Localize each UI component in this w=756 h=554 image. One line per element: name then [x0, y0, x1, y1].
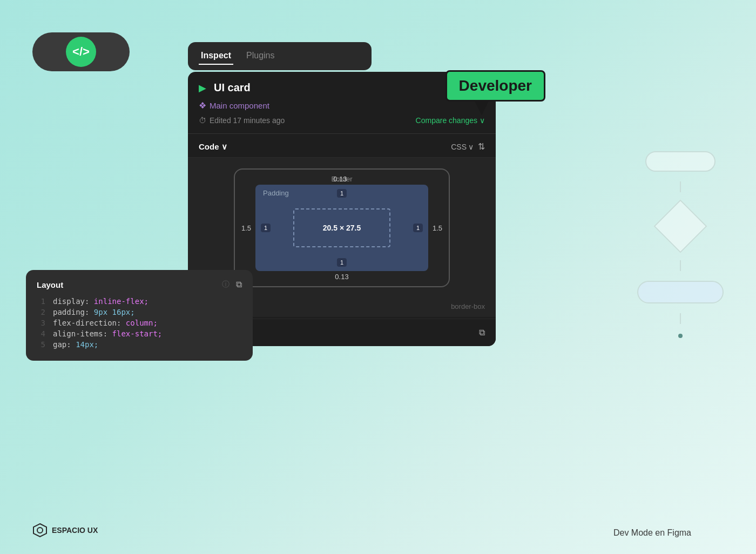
layout-card-header: Layout ⓘ ⧉: [37, 280, 242, 289]
line-num-5: 5: [37, 340, 45, 349]
code-line-5: 5 gap: 14px;: [37, 340, 242, 349]
main-component-label[interactable]: Main component: [210, 101, 269, 110]
padding-val-left: 1: [261, 224, 271, 232]
panel-arrow-icon: ▶: [199, 82, 206, 94]
bg-connector-3: [680, 313, 681, 324]
padding-val-right: 1: [413, 224, 423, 232]
code-chevron-icon: ∨: [221, 142, 227, 152]
box-padding: Padding 1 1 1 1 20.5 × 27.5: [255, 185, 428, 271]
edited-row: ⏱ Edited 17 minutes ago Compare changes …: [199, 116, 485, 125]
panel-title-row: ▶ UI card •••: [199, 82, 485, 94]
bg-connector-2: [680, 260, 681, 271]
line-num-4: 4: [37, 329, 45, 338]
padding-val-bottom: 1: [337, 258, 347, 267]
tab-inspect[interactable]: Inspect: [199, 48, 233, 65]
line-num-2: 2: [37, 308, 45, 316]
main-component-row: ❖ Main component: [199, 100, 485, 111]
tab-plugins[interactable]: Plugins: [244, 48, 276, 65]
bg-connector-dot: [678, 334, 683, 338]
css-dropdown[interactable]: CSS ∨: [451, 143, 474, 151]
chevron-down-icon: ∨: [480, 116, 485, 125]
info-icon[interactable]: ⓘ: [222, 280, 230, 289]
css-chevron-icon: ∨: [468, 143, 474, 151]
layout-card-title: Layout: [37, 280, 63, 289]
edited-text: ⏱ Edited 17 minutes ago: [199, 116, 285, 125]
developer-badge: Developer: [446, 70, 545, 102]
bg-shape-pill: [637, 281, 724, 303]
bg-connector-1: [680, 181, 681, 192]
brand-icon: [32, 523, 48, 538]
code-line-4: 4 align-items: flex-start;: [37, 329, 242, 338]
code-line-1: 1 display: inline-flex;: [37, 297, 242, 306]
line-num-1: 1: [37, 297, 45, 306]
padding-val-top: 1: [337, 189, 347, 198]
padding-label: Padding: [263, 189, 289, 197]
clock-icon: ⏱: [199, 116, 206, 125]
panel-title: UI card: [214, 82, 251, 94]
layout-card: Layout ⓘ ⧉ 1 display: inline-flex; 2 pad…: [26, 270, 253, 361]
bg-shape-rect-1: [645, 151, 716, 172]
code-line-2: 2 padding: 9px 16px;: [37, 308, 242, 316]
code-section-header: Code ∨ CSS ∨ ⇅: [199, 141, 485, 152]
sparkle-icon: ❖: [199, 100, 206, 111]
border-val-left: 1.5: [241, 224, 251, 232]
css-selector: CSS ∨ ⇅: [451, 141, 485, 152]
layout-card-copy-button[interactable]: ⧉: [236, 280, 242, 289]
svg-point-0: [37, 528, 43, 533]
code-label[interactable]: Code ∨: [199, 142, 227, 152]
border-val-top: 0.13: [333, 175, 424, 183]
code-icon: </>: [66, 37, 96, 67]
compare-changes-button[interactable]: Compare changes ∨: [416, 116, 485, 125]
border-val-bottom: 0.13: [335, 273, 348, 281]
developer-badge-arrow: [474, 100, 489, 115]
bg-shape-diamond: [654, 200, 707, 253]
bottom-branding: ESPACIO UX: [32, 523, 98, 538]
box-content: 20.5 × 27.5: [293, 208, 390, 247]
tab-bar: Inspect Plugins: [188, 42, 372, 70]
bottom-right-text: Dev Mode en Figma: [613, 528, 691, 538]
code-section: Code ∨ CSS ∨ ⇅: [188, 134, 496, 158]
bg-flowchart: [637, 151, 724, 338]
code-line-3: 3 flex-direction: column;: [37, 319, 242, 327]
box-model-outer: Border 0.13 0.13 1.5 1.5 Padding 1 1 1 1…: [234, 168, 450, 287]
box-border: Border 0.13 0.13 1.5 1.5 Padding 1 1 1 1…: [234, 168, 450, 287]
filter-icon[interactable]: ⇅: [478, 141, 485, 152]
code-toggle[interactable]: </>: [32, 32, 130, 71]
brand-label: ESPACIO UX: [52, 526, 98, 535]
layout-copy-button[interactable]: ⧉: [479, 328, 485, 337]
line-num-3: 3: [37, 319, 45, 327]
border-val-right: 1.5: [433, 224, 442, 232]
